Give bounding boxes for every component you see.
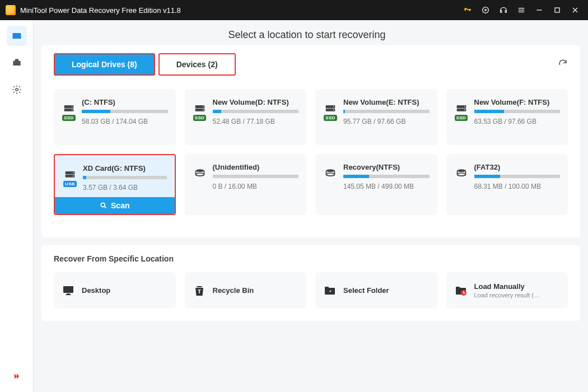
drive-card[interactable]: (FAT32) 68.31 MB / 100.00 MB [446, 154, 568, 215]
scan-button[interactable]: Scan [55, 197, 175, 214]
app-title: MiniTool Power Data Recovery Free Editio… [20, 6, 181, 15]
load-icon [454, 284, 468, 297]
drive-name: (FAT32) [474, 163, 561, 171]
drive-size: 0 B / 16.00 MB [213, 183, 299, 190]
drive-size: 3.57 GB / 3.64 GB [83, 184, 167, 192]
sidebar-expand-icon[interactable] [11, 371, 22, 384]
svg-point-30 [101, 203, 105, 207]
drive-icon [193, 163, 207, 206]
drive-icon [323, 163, 338, 206]
locations-panel: Recover From Specific Location DesktopRe… [41, 245, 580, 321]
headset-icon[interactable] [498, 5, 508, 15]
drive-card[interactable]: SSD (C: NTFS) 58.03 GB / 174.04 GB [54, 89, 176, 145]
svg-rect-39 [66, 295, 71, 295]
usage-bar [474, 110, 561, 113]
drive-size: 58.03 GB / 174.04 GB [82, 118, 168, 125]
recycle-icon [193, 284, 206, 297]
drive-badge: SSD [62, 115, 75, 121]
svg-point-13 [72, 110, 73, 111]
usage-bar [213, 110, 299, 113]
folder-icon [323, 284, 337, 297]
drive-icon [454, 163, 469, 206]
drives-panel: Logical Drives (8) Devices (2) SSD (C: N… [41, 45, 580, 237]
svg-rect-5 [536, 10, 542, 10]
svg-point-17 [203, 110, 204, 111]
drive-name: XD Card(G: NTFS) [83, 164, 167, 172]
drive-name: New Volume(F: NTFS) [474, 98, 561, 106]
key-icon[interactable] [463, 5, 473, 15]
usage-bar [474, 175, 561, 178]
drive-name: New Volume(E: NTFS) [343, 98, 430, 106]
svg-point-36 [457, 173, 465, 176]
drive-card[interactable]: SSD New Volume(D: NTFS) 52.48 GB / 77.18… [185, 89, 307, 145]
page-headline: Select a location to start recovering [34, 20, 580, 45]
svg-rect-6 [555, 8, 559, 12]
svg-point-35 [457, 169, 465, 172]
location-label: Load Manually [474, 282, 525, 291]
svg-point-32 [195, 173, 204, 176]
svg-rect-3 [519, 10, 525, 10]
location-desktop[interactable]: Desktop [54, 272, 176, 309]
disc-icon[interactable] [480, 5, 491, 15]
location-label: Desktop [82, 286, 110, 295]
drive-icon: USB [63, 164, 77, 192]
tab-devices[interactable]: Devices (2) [158, 53, 236, 76]
svg-point-16 [203, 106, 204, 108]
title-bar: MiniTool Power Data Recovery Free Editio… [0, 0, 588, 20]
drive-card[interactable]: (Unidentified) 0 B / 16.00 MB [185, 154, 307, 215]
location-load[interactable]: Load ManuallyLoad recovery result (*.... [446, 272, 568, 309]
drive-size: 95.77 GB / 97.66 GB [343, 118, 430, 125]
svg-point-24 [464, 106, 465, 108]
drive-card[interactable]: SSD New Volume(E: NTFS) 95.77 GB / 97.66… [315, 89, 437, 145]
maximize-icon[interactable] [552, 5, 562, 15]
svg-point-25 [464, 110, 465, 111]
locations-header: Recover From Specific Location [54, 254, 568, 263]
location-recycle[interactable]: Recycle Bin [185, 272, 307, 309]
svg-rect-37 [63, 286, 73, 293]
svg-rect-4 [519, 12, 525, 12]
svg-point-12 [72, 106, 73, 108]
location-folder[interactable]: Select Folder [315, 272, 437, 309]
drive-size: 63.53 GB / 97.66 GB [474, 118, 561, 125]
close-icon[interactable] [570, 5, 580, 15]
sidebar-recovery-icon[interactable] [7, 26, 27, 46]
drive-card[interactable]: USB XD Card(G: NTFS) 3.57 GB / 3.64 GB S… [54, 154, 176, 215]
drive-card[interactable]: Recovery(NTFS) 145.05 MB / 499.00 MB [315, 154, 437, 215]
svg-point-33 [326, 169, 335, 172]
minimize-icon[interactable] [534, 5, 544, 15]
drive-badge: SSD [324, 115, 337, 121]
svg-point-21 [333, 110, 334, 111]
desktop-icon [62, 284, 75, 297]
svg-point-0 [483, 7, 489, 13]
svg-point-1 [485, 10, 487, 11]
location-label: Select Folder [343, 286, 389, 295]
sidebar-toolbox-icon[interactable] [7, 53, 27, 73]
drive-card[interactable]: SSD New Volume(F: NTFS) 63.53 GB / 97.66… [446, 89, 568, 145]
drive-size: 68.31 MB / 100.00 MB [474, 183, 561, 190]
svg-rect-8 [12, 38, 21, 39]
drive-name: Recovery(NTFS) [343, 163, 430, 171]
location-label: Recycle Bin [213, 286, 254, 295]
refresh-icon[interactable] [558, 58, 568, 71]
svg-point-29 [73, 176, 74, 177]
drive-icon: SSD [193, 98, 207, 136]
usage-bar [343, 175, 430, 178]
app-logo [6, 5, 16, 15]
drive-size: 145.05 MB / 499.00 MB [343, 183, 430, 190]
sidebar-settings-icon[interactable] [7, 80, 27, 100]
tab-logical-drives[interactable]: Logical Drives (8) [54, 53, 155, 76]
sidebar [0, 20, 34, 392]
drive-badge: SSD [455, 115, 468, 121]
drive-name: New Volume(D: NTFS) [213, 98, 299, 106]
drive-badge: USB [63, 181, 77, 187]
drive-icon: SSD [323, 98, 338, 136]
drive-icon: SSD [454, 98, 469, 136]
menu-icon[interactable] [516, 5, 526, 15]
svg-point-20 [333, 106, 334, 108]
drive-icon: SSD [62, 98, 76, 136]
svg-rect-2 [519, 8, 525, 8]
svg-point-34 [326, 173, 335, 176]
svg-rect-38 [67, 293, 70, 295]
scan-label: Scan [111, 201, 129, 210]
usage-bar [213, 175, 299, 178]
